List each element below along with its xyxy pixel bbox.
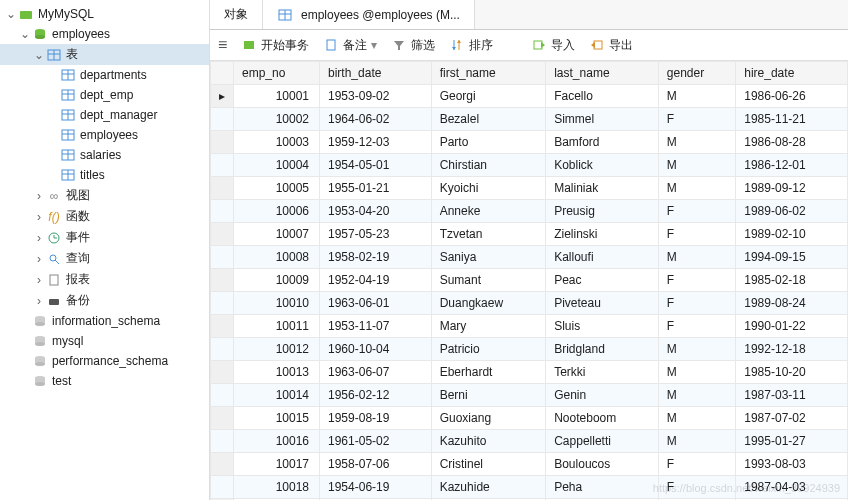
tree-connection[interactable]: ⌄ MyMySQL [0,4,209,24]
cell[interactable]: Guoxiang [431,407,546,430]
row-marker[interactable] [211,407,234,430]
tree-functions[interactable]: ›f()函数 [0,206,209,227]
table-row[interactable]: 100151959-08-19GuoxiangNooteboomM1987-07… [211,407,848,430]
table-row[interactable]: 100081958-02-19SaniyaKalloufiM1994-09-15 [211,246,848,269]
expand-icon[interactable]: › [32,189,46,203]
row-marker[interactable] [211,453,234,476]
row-marker[interactable] [211,108,234,131]
cell[interactable]: M [658,338,735,361]
cell[interactable]: 1958-07-06 [320,453,432,476]
cell[interactable]: 10014 [234,384,320,407]
table-row[interactable]: 100021964-06-02BezalelSimmelF1985-11-21 [211,108,848,131]
tree-backup[interactable]: ›备份 [0,290,209,311]
cell[interactable]: 1958-02-19 [320,246,432,269]
cell[interactable]: M [658,361,735,384]
cell[interactable]: 1953-04-20 [320,200,432,223]
cell[interactable]: Peha [546,476,659,499]
tree-events[interactable]: ›事件 [0,227,209,248]
tree-views[interactable]: ›∞视图 [0,185,209,206]
cell[interactable]: 1994-09-15 [736,246,848,269]
cell[interactable]: 1953-11-07 [320,315,432,338]
cell[interactable]: 10017 [234,453,320,476]
cell[interactable]: Terkki [546,361,659,384]
expand-icon[interactable]: › [32,294,46,308]
cell[interactable]: Saniya [431,246,546,269]
cell[interactable]: 1964-06-02 [320,108,432,131]
cell[interactable]: 1987-04-03 [736,476,848,499]
cell[interactable]: 10016 [234,430,320,453]
table-row[interactable]: 100161961-05-02KazuhitoCappellettiM1995-… [211,430,848,453]
row-marker[interactable] [211,384,234,407]
tree-table[interactable]: dept_manager [0,105,209,125]
cell[interactable]: Bouloucos [546,453,659,476]
tree-table[interactable]: salaries [0,145,209,165]
row-marker[interactable] [211,177,234,200]
tree-database-closed[interactable]: test [0,371,209,391]
tree-database-closed[interactable]: performance_schema [0,351,209,371]
cell[interactable]: M [658,246,735,269]
cell[interactable]: Parto [431,131,546,154]
filter-button[interactable]: 筛选 [391,37,435,54]
cell[interactable]: Peac [546,269,659,292]
cell[interactable]: 1985-10-20 [736,361,848,384]
cell[interactable]: F [658,108,735,131]
tab-data[interactable]: employees @employees (M... [263,0,475,29]
expand-icon[interactable]: › [32,273,46,287]
cell[interactable]: 1986-06-26 [736,85,848,108]
cell[interactable]: 1986-08-28 [736,131,848,154]
cell[interactable]: Mary [431,315,546,338]
cell[interactable]: Kyoichi [431,177,546,200]
cell[interactable]: 1957-05-23 [320,223,432,246]
tree-table[interactable]: departments [0,65,209,85]
cell[interactable]: 1989-08-24 [736,292,848,315]
cell[interactable]: 10010 [234,292,320,315]
cell[interactable]: 10013 [234,361,320,384]
table-row[interactable]: 100181954-06-19KazuhidePehaF1987-04-03 [211,476,848,499]
collapse-icon[interactable]: ⌄ [32,48,46,62]
cell[interactable]: F [658,315,735,338]
cell[interactable]: 1954-05-01 [320,154,432,177]
cell[interactable]: 1961-05-02 [320,430,432,453]
column-header[interactable]: emp_no [234,62,320,85]
cell[interactable]: F [658,223,735,246]
cell[interactable]: 10003 [234,131,320,154]
tree-database[interactable]: ⌄ employees [0,24,209,44]
cell[interactable]: 1987-03-11 [736,384,848,407]
cell[interactable]: 10007 [234,223,320,246]
cell[interactable]: 10006 [234,200,320,223]
cell[interactable]: 10011 [234,315,320,338]
cell[interactable]: 10009 [234,269,320,292]
cell[interactable]: Sumant [431,269,546,292]
cell[interactable]: 10002 [234,108,320,131]
cell[interactable]: F [658,476,735,499]
table-row[interactable]: 100051955-01-21KyoichiMaliniakM1989-09-1… [211,177,848,200]
cell[interactable]: 10001 [234,85,320,108]
cell[interactable]: 10004 [234,154,320,177]
data-grid[interactable]: emp_nobirth_datefirst_namelast_namegende… [210,61,848,500]
tree-queries[interactable]: ›查询 [0,248,209,269]
notes-button[interactable]: 备注▾ [323,37,377,54]
cell[interactable]: 10008 [234,246,320,269]
row-marker[interactable] [211,292,234,315]
cell[interactable]: Zielinski [546,223,659,246]
column-header[interactable]: first_name [431,62,546,85]
cell[interactable]: F [658,269,735,292]
cell[interactable]: 1953-09-02 [320,85,432,108]
row-marker[interactable] [211,361,234,384]
cell[interactable]: 1989-09-12 [736,177,848,200]
cell[interactable]: 1993-08-03 [736,453,848,476]
cell[interactable]: 1956-02-12 [320,384,432,407]
import-button[interactable]: 导入 [531,37,575,54]
column-header[interactable]: hire_date [736,62,848,85]
cell[interactable]: Genin [546,384,659,407]
cell[interactable]: M [658,384,735,407]
tree-tables-group[interactable]: ⌄ 表 [0,44,209,65]
cell[interactable]: 1959-12-03 [320,131,432,154]
export-button[interactable]: 导出 [589,37,633,54]
cell[interactable]: 1986-12-01 [736,154,848,177]
row-marker[interactable] [211,315,234,338]
cell[interactable]: Berni [431,384,546,407]
cell[interactable]: 10012 [234,338,320,361]
cell[interactable]: M [658,85,735,108]
cell[interactable]: Sluis [546,315,659,338]
